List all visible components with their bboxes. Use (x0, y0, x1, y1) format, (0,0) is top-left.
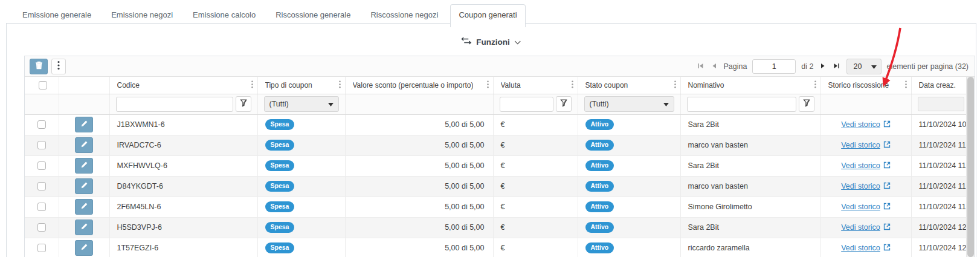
select-all-checkbox[interactable] (39, 81, 47, 89)
pager-first-button[interactable] (696, 60, 705, 72)
cell-codice: MXFHWVLQ-6 (109, 155, 257, 176)
pager-next-button[interactable] (819, 60, 827, 72)
swap-arrows-icon (461, 36, 471, 47)
tab-riscossione-negozi[interactable]: Riscossione negozi (363, 5, 446, 26)
filter-input-nominativo[interactable] (687, 97, 796, 112)
page-size-select[interactable]: 20 (846, 59, 882, 74)
filter-input-codice[interactable] (116, 97, 233, 112)
external-link-icon (883, 182, 891, 191)
row-checkbox[interactable] (37, 203, 46, 211)
column-header-codice[interactable]: Codice (109, 77, 257, 94)
cell-select (25, 217, 59, 238)
column-menu-icon[interactable] (251, 80, 253, 90)
edit-button[interactable] (75, 117, 93, 132)
header-cell-content: Data creaz. (912, 81, 967, 89)
filter-cell-tipo: (Tutti) (257, 94, 345, 114)
tab-label: Riscossione negozi (370, 10, 438, 19)
column-label: Nominativo (688, 81, 724, 89)
history-link-label: Vedi storico (841, 203, 880, 211)
cell-valore: 5,00 di 5,00 (345, 135, 493, 155)
tab-label: Emissione generale (22, 10, 91, 19)
history-link[interactable]: Vedi storico (841, 244, 891, 253)
history-link[interactable]: Vedi storico (841, 120, 891, 129)
dropdown-arrow-icon (328, 100, 334, 108)
column-menu-icon[interactable] (339, 80, 341, 90)
cell-storico: Vedi storico (820, 135, 911, 155)
row-checkbox[interactable] (37, 161, 46, 170)
filter-select-tipo[interactable]: (Tutti) (264, 96, 339, 112)
cell-text: Simone Girolimetto (688, 203, 752, 211)
more-options-button[interactable] (51, 59, 66, 74)
scrollbar-thumb[interactable] (967, 77, 974, 257)
filter-select-stato[interactable]: (Tutti) (584, 96, 674, 112)
column-header-nominativo[interactable]: Nominativo (680, 77, 820, 94)
cell-text: riccardo zaramella (688, 244, 750, 252)
row-checkbox[interactable] (37, 182, 46, 190)
tab-content-panel: Funzioni (6, 23, 976, 257)
edit-button[interactable] (75, 199, 93, 215)
filter-input-valuta[interactable] (500, 97, 553, 112)
tab-riscossione-generale[interactable]: Riscossione generale (268, 5, 358, 26)
history-link[interactable]: Vedi storico (841, 182, 891, 191)
cell-text: 5,00 di 5,00 (445, 182, 484, 190)
edit-button[interactable] (75, 137, 93, 153)
tab-emissione-negozi[interactable]: Emissione negozi (103, 5, 181, 26)
edit-button[interactable] (75, 220, 93, 235)
column-menu-icon[interactable] (674, 80, 676, 90)
cell-edit (59, 155, 109, 176)
history-link[interactable]: Vedi storico (841, 223, 891, 232)
filter-cell-edit (59, 94, 109, 114)
edit-button[interactable] (75, 158, 93, 174)
cell-storico: Vedi storico (820, 238, 911, 257)
column-header-valore[interactable]: Valore sconto (percentuale o importo) (345, 77, 493, 94)
filter-wrap: (Tutti) (258, 96, 345, 112)
filter-clear-button[interactable] (556, 96, 572, 112)
pager-last-button[interactable] (832, 60, 841, 72)
column-header-valuta[interactable]: Valuta (493, 77, 578, 94)
tab-coupon-generati[interactable]: Coupon generati (450, 4, 525, 27)
page-number-input[interactable] (752, 59, 796, 74)
tab-emissione-calcolo[interactable]: Emissione calcolo (185, 5, 263, 26)
external-link-icon (883, 244, 891, 253)
cell-nominativo: Sara 2Bit (680, 114, 820, 135)
filter-date-data[interactable] (918, 97, 965, 111)
row-checkbox[interactable] (37, 244, 46, 252)
pager-prev-button[interactable] (711, 60, 718, 72)
edit-button[interactable] (75, 240, 93, 256)
cell-valuta: € (493, 238, 578, 257)
history-link[interactable]: Vedi storico (841, 141, 891, 150)
delete-button[interactable] (30, 59, 48, 74)
history-link-label: Vedi storico (841, 161, 880, 170)
edit-button[interactable] (75, 178, 93, 194)
cell-select (25, 197, 59, 217)
vertical-scrollbar (966, 77, 975, 257)
status-badge: Attivo (585, 222, 614, 233)
functions-menu-button[interactable]: Funzioni (457, 34, 524, 50)
pencil-icon (80, 243, 88, 253)
history-link[interactable]: Vedi storico (841, 203, 891, 212)
column-label: Storico riscossione (828, 81, 889, 89)
table-row: IRVADC7C-6Spesa5,00 di 5,00€Attivomarco … (25, 135, 966, 155)
page-size-value: 20 (854, 62, 862, 71)
row-checkbox[interactable] (37, 141, 46, 149)
column-menu-icon[interactable] (487, 80, 489, 90)
column-menu-icon[interactable] (572, 80, 573, 90)
tab-emissione-generale[interactable]: Emissione generale (15, 5, 99, 26)
type-badge: Spesa (265, 201, 295, 212)
column-menu-icon[interactable] (905, 80, 907, 90)
row-checkbox[interactable] (37, 223, 46, 232)
column-header-tipo[interactable]: Tipo di coupon (257, 77, 345, 94)
header-cell-content: Storico riscossione (821, 80, 911, 90)
column-header-storico[interactable]: Storico riscossione (820, 77, 911, 94)
row-checkbox[interactable] (37, 120, 46, 129)
filter-wrap (912, 97, 967, 111)
filter-clear-button[interactable] (236, 96, 251, 112)
cell-valuta: € (493, 114, 578, 135)
column-header-data[interactable]: Data creaz. (911, 77, 966, 94)
filter-clear-button[interactable] (799, 96, 814, 112)
history-link[interactable]: Vedi storico (841, 161, 891, 171)
column-header-stato[interactable]: Stato coupon (578, 77, 680, 94)
header-cell-content (25, 81, 59, 89)
cell-select (25, 176, 59, 197)
column-menu-icon[interactable] (814, 80, 816, 90)
